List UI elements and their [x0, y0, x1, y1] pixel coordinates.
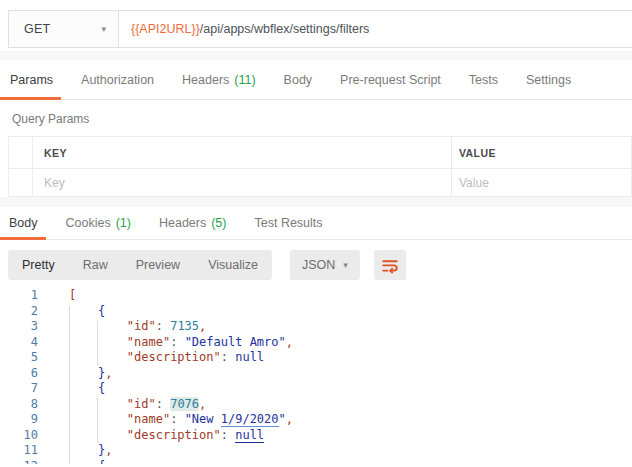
tab-label: Cookies: [66, 216, 111, 230]
token: {: [98, 304, 105, 318]
tab-test-results[interactable]: Test Results: [240, 207, 336, 239]
code-line: "id": 7076,: [69, 397, 632, 413]
token: "Default Amro": [185, 335, 286, 349]
token: :: [156, 397, 163, 411]
token: 7076: [170, 397, 199, 411]
code-line: {: [69, 459, 632, 465]
token: [177, 335, 184, 349]
mode-pretty-button[interactable]: Pretty: [8, 250, 69, 280]
line-number: 5: [0, 350, 38, 366]
token: ,: [199, 397, 206, 411]
code-lines: [ { "id": 7135, "name": "Default Amro", …: [45, 285, 632, 464]
param-key-input[interactable]: Key: [33, 169, 452, 196]
tab-response-body[interactable]: Body: [0, 207, 52, 239]
tab-tests[interactable]: Tests: [455, 60, 512, 99]
line-number: 11: [0, 443, 38, 459]
token: [69, 443, 98, 457]
tab-label: Authorization: [81, 73, 154, 87]
row-handle-cell: [8, 169, 33, 196]
code-line: },: [69, 443, 632, 459]
token: "New: [185, 412, 221, 426]
request-tabs: Params Authorization Headers(11) Body Pr…: [0, 60, 632, 100]
code-editor[interactable]: 123456789101112 [ { "id": 7135, "name": …: [0, 285, 632, 464]
url-path: /api/apps/wbflex/settings/filters: [200, 22, 370, 36]
tab-settings[interactable]: Settings: [512, 60, 585, 99]
tab-label: Settings: [526, 73, 571, 87]
token: "description": [127, 428, 221, 442]
token: ,: [286, 412, 293, 426]
query-params-title: Query Params: [0, 100, 632, 136]
url-variable: {{API2URL}}: [131, 22, 200, 36]
mode-preview-button[interactable]: Preview: [122, 250, 194, 280]
token: "name": [127, 335, 170, 349]
token: [: [69, 288, 76, 302]
query-params-input-row: Key Value: [8, 169, 632, 197]
line-number: 2: [0, 304, 38, 320]
tab-body[interactable]: Body: [270, 60, 327, 99]
wrap-lines-button[interactable]: [374, 250, 406, 280]
tab-response-headers[interactable]: Headers(5): [145, 207, 241, 239]
code-line: "id": 7135,: [69, 319, 632, 335]
tab-response-cookies[interactable]: Cookies(1): [52, 207, 145, 239]
value-column-header: VALUE: [459, 147, 496, 159]
token: {: [98, 381, 105, 395]
token: {: [98, 459, 105, 465]
token: [177, 412, 184, 426]
line-number: 1: [0, 288, 38, 304]
line-number: 6: [0, 366, 38, 382]
token: ": [279, 412, 286, 426]
tab-label: Headers: [159, 216, 206, 230]
token: "name": [127, 412, 170, 426]
line-number: 10: [0, 428, 38, 444]
mode-visualize-button[interactable]: Visualize: [194, 250, 272, 280]
mode-raw-button[interactable]: Raw: [69, 250, 122, 280]
token: [69, 304, 98, 318]
tab-label: Headers: [182, 73, 229, 87]
code-line: {: [69, 381, 632, 397]
response-tabs: Body Cookies(1) Headers(5) Test Results: [0, 207, 632, 240]
tab-headers[interactable]: Headers(11): [168, 60, 270, 99]
tab-authorization[interactable]: Authorization: [67, 60, 168, 99]
token: ,: [105, 366, 112, 380]
request-url-bar: GET ▾ {{API2URL}}/api/apps/wbflex/settin…: [8, 10, 632, 48]
url-input[interactable]: {{API2URL}}/api/apps/wbflex/settings/fil…: [119, 11, 632, 47]
indent-guide: [97, 398, 98, 442]
row-handle-cell: [8, 137, 33, 168]
token: "description": [127, 350, 221, 364]
chevron-down-icon: ▾: [343, 260, 348, 270]
tab-count: (5): [211, 216, 226, 230]
token: null: [235, 428, 264, 443]
language-dropdown[interactable]: JSON ▾: [290, 250, 360, 280]
code-line: "name": "New 1/9/2020",: [69, 412, 632, 428]
line-number: 12: [0, 459, 38, 465]
token: 1/9/2020: [221, 412, 279, 427]
token: "id": [127, 397, 156, 411]
code-line: "description": null: [69, 428, 632, 444]
tab-params[interactable]: Params: [0, 60, 67, 99]
method-dropdown[interactable]: GET ▾: [9, 11, 119, 47]
tab-label: Pre-request Script: [340, 73, 441, 87]
token: ,: [199, 319, 206, 333]
code-line: },: [69, 366, 632, 382]
param-value-input[interactable]: Value: [452, 169, 632, 196]
token: :: [221, 350, 228, 364]
divider-strip: [0, 197, 632, 207]
code-gutter: 123456789101112: [0, 285, 45, 464]
token: ,: [286, 335, 293, 349]
token: 7135: [170, 319, 199, 333]
code-line: {: [69, 304, 632, 320]
indent-guide: [97, 321, 98, 365]
tab-count: (11): [234, 73, 255, 87]
token: :: [221, 428, 228, 442]
tab-pre-request-script[interactable]: Pre-request Script: [326, 60, 455, 99]
method-label: GET: [24, 22, 50, 36]
indent-guide: [69, 306, 70, 464]
code-line: [: [69, 288, 632, 304]
chevron-down-icon: ▾: [101, 24, 106, 34]
token: null: [235, 350, 264, 364]
tab-label: Body: [9, 216, 38, 230]
query-params-table: KEY VALUE Key Value: [8, 136, 632, 197]
tab-label: Test Results: [254, 216, 322, 230]
token: "id": [127, 319, 156, 333]
text-wrap-icon: [381, 256, 399, 274]
